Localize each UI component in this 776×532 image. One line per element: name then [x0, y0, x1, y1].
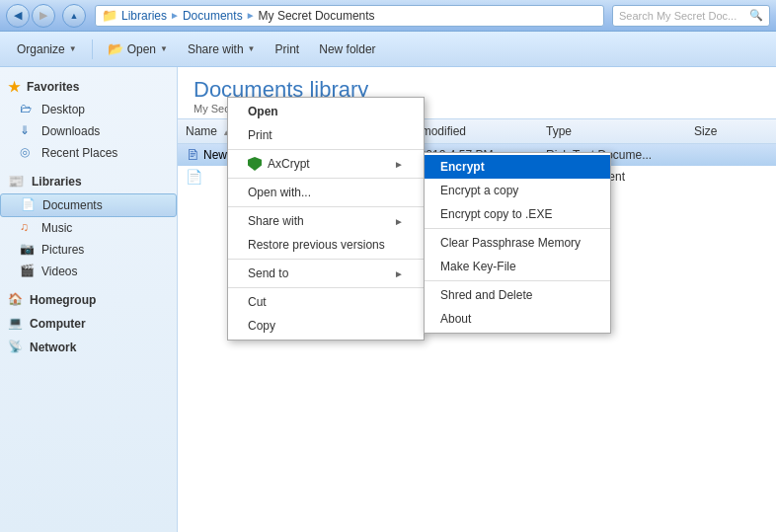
sidebar-item-downloads[interactable]: ⇓ Downloads [0, 120, 177, 142]
network-header[interactable]: 📡 Network [0, 336, 177, 359]
forward-button[interactable]: ▶ [32, 4, 55, 28]
libraries-icon: 📰 [8, 174, 24, 190]
main-container: ★ Favorites 🗁 Desktop ⇓ Downloads ◎ Rece… [0, 67, 776, 532]
ctx-sep3 [228, 206, 424, 207]
ctx-share-with[interactable]: Share with ► [228, 209, 424, 233]
col-header-type[interactable]: Type [538, 122, 686, 140]
network-label: Network [30, 341, 76, 354]
ctx-print[interactable]: Print [228, 123, 424, 147]
homegroup-header[interactable]: 🏠 Homegroup [0, 288, 177, 312]
downloads-icon: ⇓ [20, 123, 36, 139]
computer-header[interactable]: 💻 Computer [0, 312, 177, 336]
breadcrumb-sep2: ► [246, 10, 256, 21]
submenu-about[interactable]: About [425, 307, 610, 331]
sidebar-item-desktop[interactable]: 🗁 Desktop [0, 99, 177, 120]
ctx-open-with[interactable]: Open with... [228, 181, 424, 204]
new-folder-button[interactable]: New folder [310, 37, 384, 62]
rich-text-doc-icon: 🖹 [186, 147, 199, 163]
desktop-icon: 🗁 [20, 102, 36, 117]
ctx-axcrypt[interactable]: AxCrypt ► Encrypt Encrypt a copy Encrypt… [228, 152, 424, 176]
sidebar-item-recent-places[interactable]: ◎ Recent Places [0, 142, 177, 164]
recent-places-label: Recent Places [41, 146, 117, 160]
favorites-star-icon: ★ [8, 79, 21, 95]
computer-label: Computer [30, 317, 86, 331]
print-label: Print [275, 42, 300, 56]
downloads-label: Downloads [41, 124, 100, 138]
toolbar-sep1 [92, 39, 93, 59]
back-button[interactable]: ◀ [6, 4, 30, 28]
music-label: Music [41, 221, 72, 235]
ctx-cut[interactable]: Cut [228, 290, 424, 314]
documents-label: Documents [42, 198, 103, 212]
documents-icon: 📄 [21, 197, 37, 213]
homegroup-icon: 🏠 [8, 292, 24, 308]
ctx-sep5 [228, 287, 424, 288]
videos-icon: 🎬 [20, 264, 36, 279]
share-submenu-arrow: ► [394, 216, 404, 227]
favorites-header[interactable]: ★ Favorites [0, 75, 177, 99]
music-icon: ♫ [20, 220, 36, 236]
sidebar-item-music[interactable]: ♫ Music [0, 217, 177, 239]
submenu-sep1 [425, 228, 610, 229]
submenu-clear-passphrase[interactable]: Clear Passphrase Memory [425, 231, 610, 255]
send-to-arrow: ► [394, 268, 404, 279]
desktop-label: Desktop [41, 103, 85, 116]
open-button[interactable]: 📂 Open ▼ [99, 37, 177, 62]
libraries-label: Libraries [32, 175, 82, 189]
search-box[interactable]: Search My Secret Doc... 🔍 [612, 5, 770, 27]
title-bar: ◀ ▶ ▲ 📁 Libraries ► Documents ► My Secre… [0, 0, 776, 32]
submenu-make-keyfile[interactable]: Make Key-File [425, 255, 610, 278]
sidebar-item-pictures[interactable]: 📷 Pictures [0, 239, 177, 261]
open-dropdown-arrow: ▼ [160, 44, 168, 53]
submenu-sep2 [425, 280, 610, 281]
ctx-open[interactable]: Open [228, 100, 424, 123]
submenu-encrypt[interactable]: Encrypt [425, 155, 610, 179]
ctx-send-to[interactable]: Send to ► [228, 262, 424, 285]
print-button[interactable]: Print [267, 37, 309, 62]
col-header-size[interactable]: Size [686, 122, 776, 140]
search-placeholder: Search My Secret Doc... [619, 10, 737, 22]
homegroup-label: Homegroup [30, 293, 96, 307]
pictures-label: Pictures [41, 243, 84, 257]
axcrypt-submenu: Encrypt Encrypt a copy Encrypt copy to .… [424, 152, 611, 334]
share-dropdown-arrow: ▼ [248, 44, 256, 53]
axcrypt-shield-icon [248, 157, 262, 171]
breadcrumb-sep1: ► [170, 10, 180, 21]
share-with-button[interactable]: Share with ▼ [179, 37, 265, 62]
submenu-encrypt-exe[interactable]: Encrypt copy to .EXE [425, 202, 610, 226]
content-area: Documents library My Secret Documents Na… [178, 67, 776, 532]
up-button[interactable]: ▲ [62, 4, 86, 28]
submenu-encrypt-copy[interactable]: Encrypt a copy [425, 179, 610, 202]
new-folder-label: New folder [319, 42, 375, 56]
libraries-header[interactable]: 📰 Libraries [0, 170, 177, 193]
open-icon-small: 📂 [108, 41, 123, 56]
breadcrumb-bar[interactable]: 📁 Libraries ► Documents ► My Secret Docu… [95, 5, 604, 27]
computer-icon: 💻 [8, 316, 24, 332]
toolbar: Organize ▼ 📂 Open ▼ Share with ▼ Print N… [0, 32, 776, 67]
context-menus-container: Open Print AxCrypt ► Encrypt [207, 77, 405, 321]
sidebar-item-videos[interactable]: 🎬 Videos [0, 261, 177, 282]
breadcrumb-documents[interactable]: Documents [183, 9, 243, 23]
folder-icon: 📁 [102, 8, 117, 23]
ctx-copy[interactable]: Copy [228, 314, 424, 338]
text-doc-icon: 📄 [186, 169, 202, 185]
submenu-shred-delete[interactable]: Shred and Delete [425, 283, 610, 307]
sidebar-item-documents[interactable]: 📄 Documents [0, 193, 177, 217]
organize-label: Organize [17, 42, 65, 56]
recent-places-icon: ◎ [20, 145, 36, 161]
context-menu: Open Print AxCrypt ► Encrypt [227, 97, 425, 341]
axcrypt-submenu-arrow: ► [394, 159, 404, 170]
open-label: Open [127, 42, 156, 56]
breadcrumb-current: My Secret Documents [259, 9, 375, 23]
ctx-restore[interactable]: Restore previous versions [228, 233, 424, 257]
organize-button[interactable]: Organize ▼ [8, 37, 86, 62]
ctx-sep2 [228, 178, 424, 179]
breadcrumb-libraries[interactable]: Libraries [121, 9, 167, 23]
videos-label: Videos [41, 265, 77, 278]
pictures-icon: 📷 [20, 242, 36, 258]
organize-dropdown-arrow: ▼ [69, 44, 77, 53]
network-icon: 📡 [8, 340, 24, 355]
favorites-label: Favorites [27, 80, 79, 94]
share-with-label: Share with [188, 42, 244, 56]
ctx-sep4 [228, 259, 424, 260]
